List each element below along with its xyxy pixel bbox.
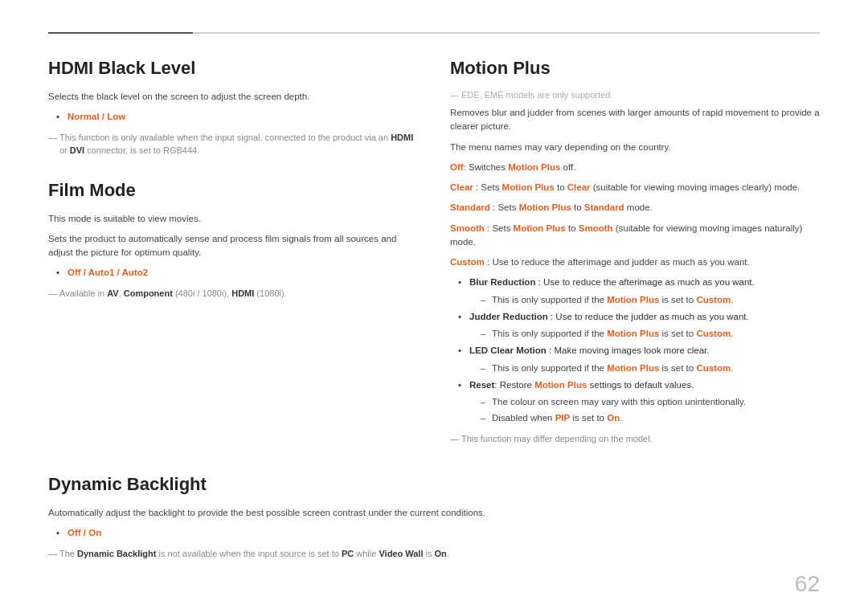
main-columns: HDMI Black Level Selects the black level… [48,58,820,450]
motion-judder-sub-bold2: Custom [696,329,731,338]
hdmi-note-mid: or [59,145,70,155]
hdmi-options-list: Normal / Low [56,110,418,124]
divider-dark [48,32,193,34]
dynamic-backlight-option-item: Off / On [56,526,820,540]
film-note-bold1: AV [107,288,118,298]
hdmi-note-post: connector, is set to RGB444. [84,145,199,155]
hdmi-option-item: Normal / Low [56,110,418,124]
motion-custom-line: Custom : Use to reduce the afterimage an… [450,255,820,269]
motion-reset-sub-list: The colour on screen may vary with this … [477,395,820,426]
motion-smooth-bold1: Motion Plus [514,223,566,233]
motion-desc2: The menu names may vary depending on the… [450,141,820,154]
motion-judder-sub-item: This is only supported if the Motion Plu… [477,327,820,341]
film-title: Film Mode [48,180,418,201]
motion-plus-section: Motion Plus EDE, EME models are only sup… [450,58,820,445]
motion-standard-bold2: Standard [584,202,624,212]
dynamic-note-bold1: Dynamic Backlight [77,549,156,558]
motion-clear-bold2: Clear [567,182,591,192]
motion-led-sub-item: This is only supported if the Motion Plu… [477,362,820,375]
dynamic-note-pre: The [59,549,77,558]
motion-off-bold: Motion Plus [508,162,560,172]
motion-off-desc: : Switches [464,162,509,172]
motion-clear-label: Clear [450,182,473,192]
motion-off-line: Off: Switches Motion Plus off. [450,161,820,174]
motion-bottom-note: This function may differ depending on th… [450,432,820,446]
film-note-post: (1080i). [254,288,286,298]
page-number: 62 [795,571,820,597]
dynamic-note-bold3: Video Wall [379,549,423,558]
motion-smooth-label: Smooth [450,223,485,233]
film-desc1: This mode is suitable to view movies. [48,212,418,226]
film-note-mid2: (480i / 1080i), [173,288,231,298]
film-section: Film Mode This mode is suitable to view … [48,180,418,300]
motion-desc1: Removes blur and judder from scenes with… [450,106,820,134]
motion-reset-sub2-bold2: On [607,413,620,423]
motion-standard-post: mode. [624,202,653,212]
motion-custom-label: Custom [450,257,485,267]
top-dividers [48,32,820,34]
hdmi-note-bold1: HDMI [391,133,413,142]
hdmi-section: HDMI Black Level Selects the black level… [48,58,418,157]
dynamic-note-end: . [447,549,449,558]
film-note-bold3: HDMI [231,288,254,298]
right-column: Motion Plus EDE, EME models are only sup… [450,58,820,450]
motion-blur-sub-item: This is only supported if the Motion Plu… [477,293,820,307]
motion-blur-sub-post: is set to [659,295,696,304]
dynamic-note-bold4: On [435,549,447,558]
page-container: HDMI Black Level Selects the black level… [0,0,868,608]
dynamic-note-mid: is not available when the input source i… [156,549,342,558]
motion-reset-label: Reset [469,380,494,390]
film-note: Available in AV, Component (480i / 1080i… [48,287,418,300]
motion-reset-sub1-text: The colour on screen may vary with this … [492,397,746,407]
motion-led-sub-bold2: Custom [696,363,731,373]
motion-clear-mid: to [555,182,567,192]
dynamic-backlight-option-label: Off / On [68,528,101,537]
hdmi-note-bold2: DVI [70,145,84,155]
dynamic-backlight-section: Dynamic Backlight Automatically adjust t… [48,474,820,560]
motion-blur-sub-text: This is only supported if the [492,295,607,304]
film-desc2: Sets the product to automatically sense … [48,232,418,260]
motion-led-sub-bold: Motion Plus [607,363,659,373]
motion-standard-desc: : Sets [490,202,519,212]
motion-clear-post: (suitable for viewing moving images clea… [591,182,800,192]
motion-bullet-list: Blur Reduction : Use to reduce the after… [458,276,820,425]
film-option-label: Off / Auto1 / Auto2 [68,268,148,277]
motion-led-sub-list: This is only supported if the Motion Plu… [477,362,820,375]
motion-led-desc: : Make moving images look more clear. [547,345,710,355]
motion-blur-sub-bold: Motion Plus [607,295,659,304]
film-note-bold2: Component [124,288,173,298]
motion-off-post: off. [560,162,575,172]
motion-blur-label: Blur Reduction [469,277,535,287]
motion-de-note: EDE, EME models are only supported. [450,90,820,100]
motion-blur-desc: : Use to reduce the afterimage as much a… [535,277,754,287]
left-column: HDMI Black Level Selects the black level… [48,58,418,450]
dynamic-backlight-title: Dynamic Backlight [48,474,820,495]
motion-standard-bold1: Motion Plus [519,202,571,212]
dynamic-backlight-options-list: Off / On [56,526,820,540]
motion-smooth-bold2: Smooth [579,223,613,233]
motion-led-sub-end: . [731,363,733,373]
motion-clear-desc: : Sets [473,182,502,192]
dynamic-note-mid2: while [354,549,379,558]
motion-judder-sub-bold: Motion Plus [607,329,659,338]
motion-reset-sub2-pre: Disabled when [492,413,555,423]
motion-reset-sub2: Disabled when PIP is set to On. [477,411,820,425]
motion-judder-item: Judder Reduction : Use to reduce the jud… [458,310,820,341]
dynamic-backlight-note: The Dynamic Backlight is not available w… [48,547,820,561]
motion-smooth-line: Smooth : Sets Motion Plus to Smooth (sui… [450,222,820,250]
motion-smooth-desc: : Sets [485,223,514,233]
motion-reset-sub2-mid: is set to [570,413,607,423]
motion-reset-post: settings to default values. [587,380,694,390]
dynamic-backlight-desc: Automatically adjust the backlight to pr… [48,506,820,520]
film-options-list: Off / Auto1 / Auto2 [56,266,418,280]
motion-led-item: LED Clear Motion : Make moving images lo… [458,344,820,375]
motion-reset-item: Reset: Restore Motion Plus settings to d… [458,378,820,426]
motion-reset-sub1: The colour on screen may vary with this … [477,395,820,409]
motion-clear-line: Clear : Sets Motion Plus to Clear (suita… [450,181,820,194]
motion-off-label: Off [450,162,464,172]
motion-standard-line: Standard : Sets Motion Plus to Standard … [450,201,820,215]
motion-reset-sub2-end: . [620,413,622,423]
dynamic-note-bold2: PC [342,549,354,558]
motion-judder-sub-text: This is only supported if the [492,329,607,338]
motion-smooth-mid: to [566,223,579,233]
